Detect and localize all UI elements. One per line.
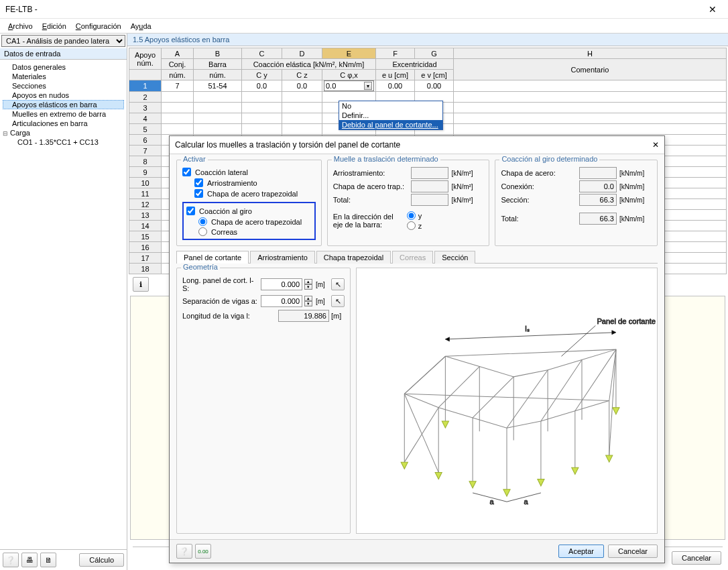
rad-correas[interactable]: Correas xyxy=(198,227,312,236)
inp-long-s[interactable] xyxy=(261,278,302,290)
row-9[interactable]: 9 xyxy=(129,167,162,178)
row-18[interactable]: 18 xyxy=(129,264,162,274)
tree-materiales[interactable]: Materiales xyxy=(3,72,124,81)
dim-ls: lₛ xyxy=(525,325,530,333)
row-10[interactable]: 10 xyxy=(129,178,162,188)
row-1-comment[interactable] xyxy=(454,80,727,92)
tab-chapa-trapezoidal[interactable]: Chapa trapezoidal xyxy=(316,251,391,264)
pick-sep-icon[interactable]: ↖ xyxy=(331,295,345,307)
window-close-icon[interactable]: ✕ xyxy=(703,4,723,15)
col-D[interactable]: D xyxy=(282,48,322,59)
chk-coaccion-lateral[interactable]: Coacción lateral xyxy=(182,168,316,176)
row-1-ev[interactable]: 0.00 xyxy=(415,80,454,92)
menu-file[interactable]: Archivo xyxy=(4,21,37,32)
main-cancel-button[interactable]: Cancelar xyxy=(672,551,721,565)
calc-button[interactable]: Cálculo xyxy=(79,553,124,567)
cphi-dropdown-list[interactable]: No Definir... Debido al panel de cortant… xyxy=(339,101,443,130)
dialog-title: Calcular los muelles a traslación y tors… xyxy=(175,140,400,150)
col-H[interactable]: H xyxy=(454,48,727,59)
svg-marker-28 xyxy=(606,455,613,462)
tab-panel-cortante[interactable]: Panel de cortante xyxy=(176,251,249,264)
row-1-cz[interactable]: 0.0 xyxy=(282,80,322,92)
cphi-dropdown[interactable]: 0.0 ▾ xyxy=(324,80,374,91)
tree-carga[interactable]: Carga xyxy=(3,128,124,137)
row-17[interactable]: 17 xyxy=(129,253,162,264)
tree-muelles-extremo[interactable]: Muelles en extremo de barra xyxy=(3,109,124,119)
chk-coaccion-giro[interactable]: Coacción al giro xyxy=(186,207,312,215)
analysis-combo[interactable]: CA1 - Análisis de pandeo latera xyxy=(1,35,125,47)
row-1-eu[interactable]: 0.00 xyxy=(376,80,415,92)
dlg-cancel-button[interactable]: Cancelar xyxy=(608,545,658,558)
spin-long-s[interactable]: ▴▾ xyxy=(304,279,314,290)
row-2[interactable]: 2 xyxy=(129,92,162,103)
menu-config[interactable]: Configuración xyxy=(72,21,125,32)
row-7[interactable]: 7 xyxy=(129,146,162,156)
tab-arriostramiento[interactable]: Arriostramiento xyxy=(250,251,315,264)
col-G[interactable]: G xyxy=(415,48,454,59)
tree-datos-generales[interactable]: Datos generales xyxy=(3,62,124,72)
dd-definir[interactable]: Definir... xyxy=(339,111,442,120)
lbl-c-chapa: Chapa de acero: xyxy=(501,169,577,177)
row-8[interactable]: 8 xyxy=(129,156,162,167)
row-12[interactable]: 12 xyxy=(129,199,162,210)
info-icon[interactable]: ℹ xyxy=(133,277,149,292)
row-1-cy[interactable]: 0.0 xyxy=(242,80,282,92)
row-6[interactable]: 6 xyxy=(129,135,162,146)
row-4[interactable]: 4 xyxy=(129,113,162,124)
dialog-close-icon[interactable]: ✕ xyxy=(652,140,659,150)
col-C[interactable]: C xyxy=(242,48,282,59)
export-icon[interactable]: 🖶 xyxy=(21,553,38,567)
col-E[interactable]: E xyxy=(322,48,376,59)
dim-a1: a xyxy=(490,498,495,506)
val-m-arrio xyxy=(411,167,448,179)
row-15[interactable]: 15 xyxy=(129,231,162,242)
rad-dir-z[interactable]: z xyxy=(407,221,422,230)
row-1-conj[interactable]: 7 xyxy=(162,80,194,92)
help-icon[interactable]: ❔ xyxy=(3,553,19,567)
row-3[interactable]: 3 xyxy=(129,103,162,113)
col-F[interactable]: F xyxy=(376,48,415,59)
inp-sep[interactable] xyxy=(261,295,302,307)
svg-marker-30 xyxy=(613,408,619,414)
row-1-head[interactable]: 1 xyxy=(129,80,162,92)
dlg-accept-button[interactable]: Aceptar xyxy=(558,545,604,558)
row-14[interactable]: 14 xyxy=(129,221,162,231)
rad-chapa-trap[interactable]: Chapa de acero trapezoidal xyxy=(198,217,312,226)
lbl-direccion: En la dirección del eje de la barra: xyxy=(333,213,403,229)
spin-sep[interactable]: ▴▾ xyxy=(304,296,314,306)
inp-long-i xyxy=(278,310,329,322)
svg-line-17 xyxy=(541,359,582,421)
val-c-total xyxy=(579,213,617,225)
dd-debido[interactable]: Debido al panel de cortante... xyxy=(339,120,442,129)
pick-long-s-icon[interactable]: ↖ xyxy=(331,278,345,290)
col-A[interactable]: A xyxy=(162,48,194,59)
dlg-help-icon[interactable]: ❔ xyxy=(176,544,192,559)
preview-label: Panel de cortante xyxy=(597,317,656,325)
tree-secciones[interactable]: Secciones xyxy=(3,81,124,91)
row-16[interactable]: 16 xyxy=(129,242,162,253)
row-11[interactable]: 11 xyxy=(129,188,162,199)
lbl-c-conex: Conexión: xyxy=(501,182,577,190)
tree-co1[interactable]: CO1 - 1.35*CC1 + CC13 xyxy=(8,137,124,147)
export2-icon[interactable]: 🗎 xyxy=(40,553,56,567)
dd-no[interactable]: No xyxy=(339,101,442,111)
tree-articulaciones[interactable]: Articulaciones en barra xyxy=(3,119,124,128)
col-B[interactable]: B xyxy=(194,48,242,59)
menu-help[interactable]: Ayuda xyxy=(127,21,156,32)
row-1-barra[interactable]: 51-54 xyxy=(194,80,242,92)
legend-muelle: Muelle a traslación determinado xyxy=(332,155,440,163)
chevron-down-icon[interactable]: ▾ xyxy=(364,82,372,90)
tree-apoyos-nudos[interactable]: Apoyos en nudos xyxy=(3,91,124,100)
tab-seccion[interactable]: Sección xyxy=(434,251,475,264)
row-13[interactable]: 13 xyxy=(129,210,162,221)
rad-dir-y[interactable]: y xyxy=(407,211,422,220)
row-5[interactable]: 5 xyxy=(129,124,162,135)
chk-arriostramiento[interactable]: Arriostramiento xyxy=(194,178,316,187)
chk-chapa-trap[interactable]: Chapa de acero trapezoidal xyxy=(194,189,316,198)
th-conj: Conj. xyxy=(162,59,194,70)
tree-apoyos-elasticos[interactable]: Apoyos elásticos en barra xyxy=(3,100,124,109)
row-1-cphi[interactable]: 0.0 ▾ xyxy=(322,80,376,92)
dlg-units-icon[interactable]: 0.00 xyxy=(195,544,211,559)
menu-edit[interactable]: Edición xyxy=(38,21,70,32)
th-eu: e u [cm] xyxy=(376,70,415,80)
